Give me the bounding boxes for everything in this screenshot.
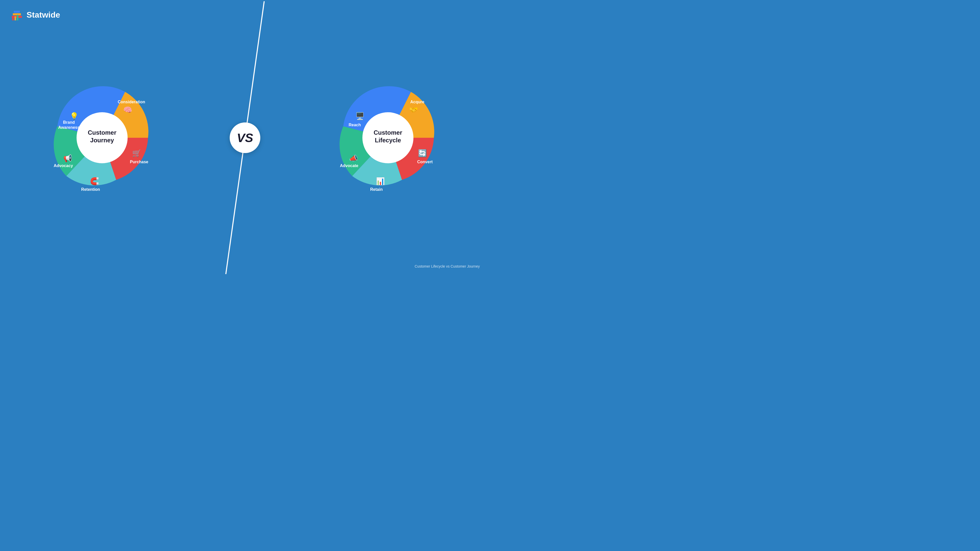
customer-lifecycle-diagram: 🤝 🔄 📊 📣 🖥️ Acqure Convert Retain Advocat… — [327, 76, 449, 199]
svg-text:Retain: Retain — [370, 187, 383, 192]
svg-text:🧠: 🧠 — [123, 106, 132, 114]
svg-text:Brand: Brand — [63, 120, 75, 124]
svg-text:Advocate: Advocate — [340, 164, 358, 168]
customer-lifecycle-wheel: 🤝 🔄 📊 📣 🖥️ Acqure Convert Retain Advocat… — [327, 76, 449, 199]
svg-text:Lifecycle: Lifecycle — [375, 137, 401, 144]
vs-circle: VS — [230, 122, 260, 153]
svg-text:Retention: Retention — [81, 187, 100, 192]
svg-text:💡: 💡 — [70, 112, 79, 121]
svg-rect-3 — [12, 18, 14, 21]
svg-text:Acqure: Acqure — [410, 100, 424, 104]
svg-text:Reach: Reach — [348, 123, 361, 127]
svg-text:📣: 📣 — [349, 154, 358, 162]
svg-rect-5 — [17, 15, 18, 21]
svg-text:Advocacy: Advocacy — [54, 164, 73, 168]
logo-icon — [10, 8, 24, 21]
svg-rect-4 — [14, 16, 16, 21]
wheel-svg-right: 🤝 🔄 📊 📣 🖥️ Acqure Convert Retain Advocat… — [327, 76, 449, 199]
svg-rect-2 — [14, 11, 20, 13]
svg-text:Customer: Customer — [88, 129, 116, 136]
svg-text:Journey: Journey — [90, 137, 114, 144]
vs-text: VS — [237, 131, 253, 145]
svg-text:Awareness: Awareness — [58, 125, 80, 130]
svg-text:📢: 📢 — [63, 154, 72, 162]
svg-text:Convert: Convert — [417, 160, 433, 164]
svg-text:🔄: 🔄 — [418, 149, 427, 157]
customer-journey-wheel: 🧠 🛒 🧲 📢 💡 Consideration Purchase Retenti… — [41, 76, 163, 199]
svg-text:🤝: 🤝 — [409, 106, 418, 114]
svg-text:Customer: Customer — [374, 129, 402, 136]
footer-text: Customer Lifecycle vs Customer Journey — [415, 264, 480, 268]
svg-text:Consideration: Consideration — [118, 100, 145, 104]
svg-text:🖥️: 🖥️ — [355, 112, 364, 121]
svg-text:🛒: 🛒 — [132, 149, 141, 157]
logo: Statwide — [10, 8, 60, 21]
logo-text: Statwide — [27, 10, 60, 20]
wheel-svg-left: 🧠 🛒 🧲 📢 💡 Consideration Purchase Retenti… — [41, 76, 163, 199]
svg-text:📊: 📊 — [376, 177, 385, 186]
customer-journey-diagram: 🧠 🛒 🧲 📢 💡 Consideration Purchase Retenti… — [41, 76, 163, 199]
svg-text:🧲: 🧲 — [90, 177, 99, 186]
svg-text:Purchase: Purchase — [130, 160, 148, 164]
